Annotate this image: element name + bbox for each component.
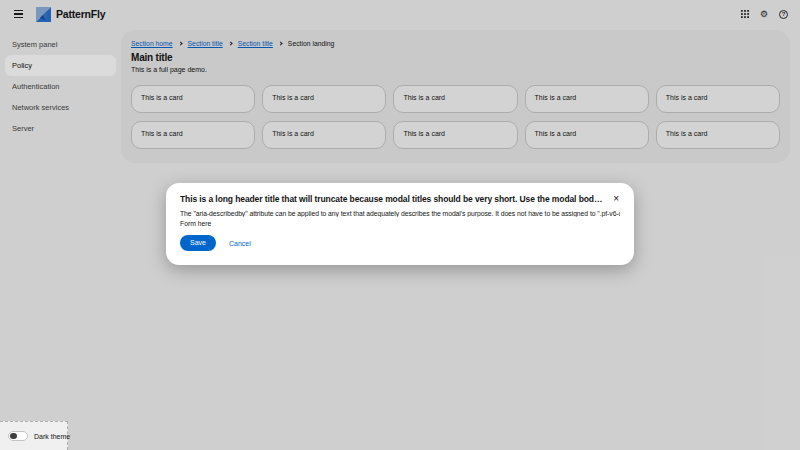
theme-toggle-box: Dark theme <box>0 421 68 450</box>
dark-theme-switch[interactable] <box>8 431 28 441</box>
save-button[interactable]: Save <box>180 235 216 251</box>
close-icon[interactable]: × <box>612 194 620 204</box>
page: { "masthead": { "brand": "PatternFly" },… <box>0 0 800 450</box>
switch-knob <box>10 433 17 440</box>
modal-title: This is a long header title that will tr… <box>180 194 604 204</box>
modal-header: This is a long header title that will tr… <box>180 194 620 204</box>
modal-description: The "aria-describedby" attribute can be … <box>180 210 620 217</box>
modal-footer: Save Cancel <box>180 235 620 251</box>
modal-dialog: This is a long header title that will tr… <box>166 183 634 265</box>
cancel-button[interactable]: Cancel <box>229 240 251 247</box>
modal-form-text: Form here <box>180 220 620 227</box>
dark-theme-label: Dark theme <box>34 433 70 440</box>
